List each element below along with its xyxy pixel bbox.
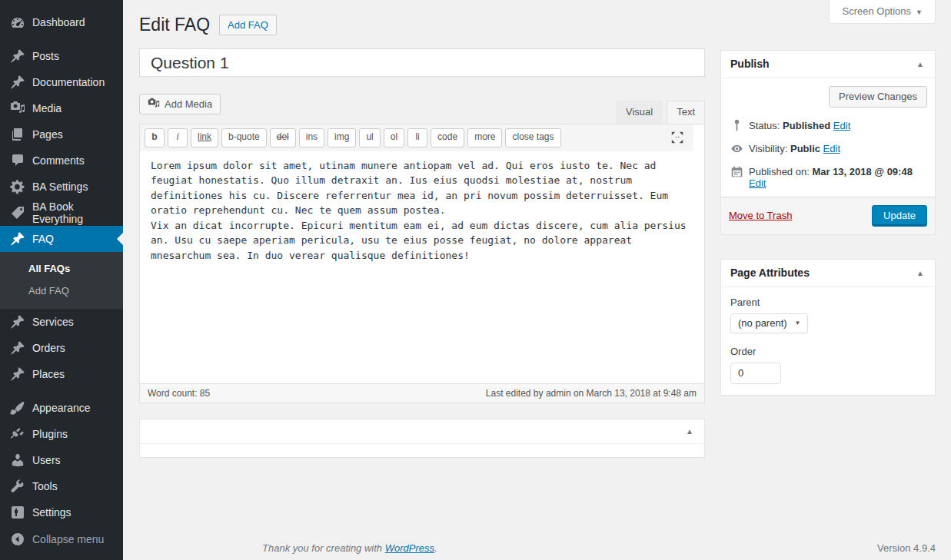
sidebar-item-media[interactable]: Media [0, 95, 123, 121]
move-to-trash-link[interactable]: Move to Trash [729, 210, 792, 221]
editor-mode-tabs: Visual Text [612, 101, 705, 124]
published-on-row: Published on: Mar 13, 2018 @ 09:48 Edit [729, 161, 927, 195]
qt-ul-button[interactable]: ul [359, 128, 380, 147]
main-content-area: Screen Options▼ Edit FAQ Add FAQ Add Med… [123, 0, 951, 560]
last-edited-text: Last edited by admin on March 13, 2018 a… [486, 388, 697, 399]
tag-icon [10, 205, 25, 220]
collapse-toggle-icon[interactable]: ▲ [913, 58, 927, 70]
sidebar-subitem-all-faqs[interactable]: All FAQs [0, 257, 123, 280]
media-icon [10, 101, 25, 116]
admin-sidebar: Dashboard Posts Documentation Media Page… [0, 0, 123, 560]
text-editor-container: b i link b-quote del ins img ul ol li co… [139, 124, 705, 403]
visibility-value: Public [790, 143, 820, 154]
sidebar-item-tools[interactable]: Tools [0, 473, 123, 499]
sidebar-item-comments[interactable]: Comments [0, 147, 123, 174]
parent-select-value: (no parent) [738, 317, 787, 329]
sidebar-item-label: Users [32, 454, 61, 466]
qt-ins-button[interactable]: ins [299, 128, 324, 147]
sidebar-item-appearance[interactable]: Appearance [0, 395, 123, 421]
sidebar-item-places[interactable]: Places [0, 361, 123, 387]
publish-box-header[interactable]: Publish ▲ [721, 51, 935, 78]
qt-code-button[interactable]: code [431, 128, 464, 147]
post-title-input[interactable] [139, 48, 705, 77]
page-title: Edit FAQ [139, 14, 210, 36]
edit-status-link[interactable]: Edit [833, 120, 850, 131]
collapse-menu-label: Collapse menu [32, 533, 104, 545]
sidebar-item-label: Services [32, 316, 74, 328]
collapsed-metabox-header[interactable]: ▲ [140, 419, 704, 444]
sidebar-item-label: Appearance [32, 402, 91, 414]
sidebar-item-documentation[interactable]: Documentation [0, 69, 123, 95]
tab-text[interactable]: Text [667, 101, 705, 124]
screen-options-tab[interactable]: Screen Options▼ [829, 0, 936, 24]
wordpress-link[interactable]: WordPress [385, 542, 434, 554]
edit-published-link[interactable]: Edit [749, 177, 766, 189]
sidebar-item-users[interactable]: Users [0, 447, 123, 473]
tab-visual[interactable]: Visual [616, 101, 663, 124]
update-button[interactable]: Update [872, 205, 927, 227]
word-count: Word count: 85 [148, 388, 210, 399]
add-media-button[interactable]: Add Media [139, 94, 221, 114]
sidebar-item-label: Documentation [32, 76, 105, 88]
sidebar-subitem-add-faq[interactable]: Add FAQ [0, 280, 123, 302]
media-icon [148, 98, 160, 110]
qt-close-tags-button[interactable]: close tags [505, 128, 560, 147]
add-faq-button[interactable]: Add FAQ [219, 15, 277, 36]
collapse-menu-button[interactable]: Collapse menu [0, 526, 123, 552]
sidebar-item-label: Plugins [32, 428, 68, 440]
order-input[interactable] [730, 363, 781, 384]
collapse-toggle-icon[interactable]: ▲ [683, 426, 697, 437]
status-row: Status: Published Edit [729, 115, 927, 138]
qt-more-button[interactable]: more [467, 128, 502, 147]
wrench-icon [10, 479, 25, 494]
sidebar-item-services[interactable]: Services [0, 309, 123, 335]
sidebar-item-ba-book-everything[interactable]: BA Book Everything [0, 200, 123, 226]
pushpin-icon [10, 366, 25, 382]
sidebar-item-pages[interactable]: Pages [0, 121, 123, 147]
faq-submenu: All FAQs Add FAQ [0, 252, 123, 309]
sidebar-item-orders[interactable]: Orders [0, 335, 123, 361]
page-attributes-header[interactable]: Page Attributes ▲ [721, 260, 935, 287]
sidebar-item-ba-settings[interactable]: BA Settings [0, 174, 123, 200]
qt-img-button[interactable]: img [328, 128, 356, 147]
admin-footer: Thank you for creating with WordPress. V… [262, 542, 936, 554]
page-attributes-title: Page Attributes [730, 267, 926, 280]
word-count-label: Word count: [148, 388, 197, 399]
pushpin-status-icon [730, 119, 743, 132]
qt-bold-button[interactable]: b [145, 128, 165, 147]
page-attributes-box: Page Attributes ▲ Parent (no parent) ▼ O… [720, 259, 936, 396]
footer-thanks-text: Thank you for creating with WordPress. [262, 542, 437, 554]
sidebar-item-label: BA Settings [32, 181, 88, 193]
add-media-label: Add Media [165, 98, 212, 110]
sidebar-item-label: Pages [32, 128, 63, 141]
collapsed-metabox: ▲ [139, 419, 705, 458]
sidebar-item-settings[interactable]: Settings [0, 499, 123, 525]
sidebar-item-dashboard[interactable]: Dashboard [0, 9, 123, 35]
qt-italic-button[interactable]: i [168, 128, 188, 147]
qt-link-button[interactable]: link [191, 128, 218, 147]
qt-del-button[interactable]: del [270, 128, 296, 147]
pushpin-icon [10, 48, 25, 64]
parent-select[interactable]: (no parent) ▼ [730, 313, 808, 333]
footer-thanks-prefix: Thank you for creating with [262, 542, 385, 554]
publish-box-title: Publish [730, 58, 926, 71]
chevron-down-icon: ▼ [795, 320, 801, 326]
pushpin-icon [10, 314, 25, 330]
edit-visibility-link[interactable]: Edit [823, 143, 840, 154]
qt-blockquote-button[interactable]: b-quote [221, 128, 267, 147]
post-content-textarea[interactable]: Lorem ipsum dolor sit amet, utinam muner… [140, 151, 704, 383]
sliders-icon [10, 505, 25, 520]
sidebar-item-posts[interactable]: Posts [0, 43, 123, 69]
chevron-down-icon: ▼ [916, 8, 923, 16]
dashboard-icon [10, 15, 25, 30]
preview-changes-button[interactable]: Preview Changes [829, 86, 927, 108]
screen-options-label: Screen Options [842, 5, 911, 17]
collapse-toggle-icon[interactable]: ▲ [913, 267, 927, 279]
sidebar-item-faq[interactable]: FAQ [0, 226, 123, 252]
distraction-free-icon[interactable] [670, 131, 684, 144]
quicktags-toolbar: b i link b-quote del ins img ul ol li co… [140, 124, 693, 151]
qt-li-button[interactable]: li [407, 128, 427, 147]
word-count-value: 85 [200, 388, 210, 399]
sidebar-item-plugins[interactable]: Plugins [0, 421, 123, 447]
qt-ol-button[interactable]: ol [384, 128, 404, 147]
